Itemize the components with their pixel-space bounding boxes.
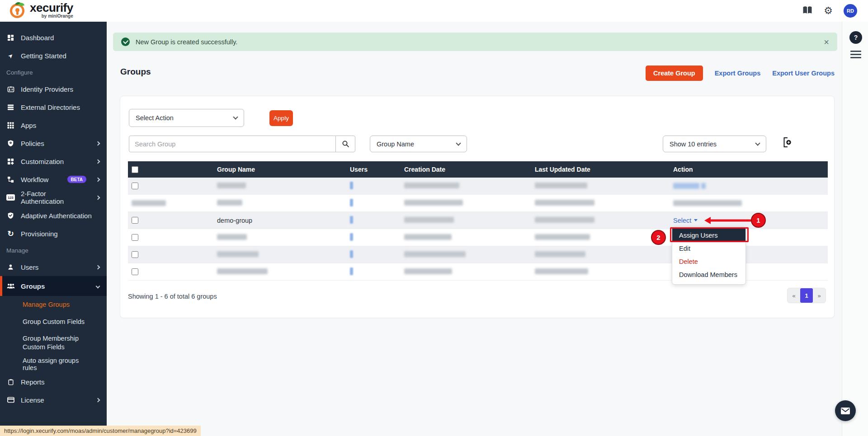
column-header-last-updated: Last Updated Date	[535, 166, 669, 173]
show-entries-select[interactable]: Show 10 entries	[663, 136, 766, 152]
help-button[interactable]: ?	[849, 31, 862, 44]
redacted-group-name	[217, 183, 246, 188]
stacked-list-icon	[6, 104, 15, 111]
column-header-creation-date: Creation Date	[404, 166, 535, 173]
id-card-icon	[6, 86, 15, 93]
menu-item-download-members[interactable]: Download Members	[672, 268, 745, 281]
pagination-next[interactable]: »	[813, 288, 826, 303]
dashboard-icon	[6, 34, 15, 41]
sidebar-subitem-manage-groups[interactable]: Manage Groups	[0, 296, 107, 313]
menu-hamburger-icon[interactable]	[850, 51, 861, 58]
sidebar-item-customization[interactable]: Customization	[0, 152, 107, 170]
row-checkbox[interactable]	[132, 217, 138, 224]
search-button[interactable]	[335, 136, 355, 152]
sidebar-subitem-auto-assign-groups-rules[interactable]: Auto assign groups rules	[0, 356, 107, 373]
search-field-select[interactable]: Group Name	[370, 136, 467, 152]
sidebar-item-provisioning[interactable]: ↻ Provisioning	[0, 225, 107, 243]
brand-lock-icon	[10, 4, 24, 18]
sidebar-item-getting-started[interactable]: ➤ Getting Started	[0, 47, 107, 65]
apply-button[interactable]: Apply	[269, 110, 293, 126]
chevron-right-icon	[96, 177, 100, 182]
success-alert-message: New Group is created successfully.	[136, 38, 237, 46]
redacted-users-count	[350, 250, 353, 258]
redacted-date	[535, 217, 594, 223]
annotation-step-1: 1	[751, 213, 766, 228]
envelope-icon	[840, 407, 850, 415]
redacted-date	[404, 268, 452, 274]
success-check-icon	[121, 38, 130, 46]
redacted-action	[701, 183, 706, 189]
table-header-row: Group Name Users Creation Date Last Upda…	[128, 161, 828, 178]
column-header-users: Users	[350, 166, 404, 173]
sidebar-item-apps[interactable]: Apps	[0, 116, 107, 134]
people-icon	[6, 283, 15, 289]
sidebar-item-policies[interactable]: Policies	[0, 134, 107, 152]
column-header-action: Action	[669, 166, 828, 173]
annotation-step-2: 2	[651, 230, 666, 245]
sidebar-subitem-group-custom-fields[interactable]: Group Custom Fields	[0, 313, 107, 330]
pagination-prev[interactable]: «	[788, 288, 800, 303]
search-icon	[342, 140, 349, 148]
close-icon[interactable]: ×	[824, 38, 829, 47]
redacted-date	[535, 251, 585, 257]
pagination: « 1 »	[787, 288, 826, 303]
sidebar-subitem-group-membership-custom-fields[interactable]: Group Membership Custom Fields	[0, 330, 107, 356]
user-avatar[interactable]: RD	[844, 4, 857, 18]
redacted-date	[535, 268, 588, 274]
create-group-button[interactable]: Create Group	[646, 66, 703, 81]
chevron-right-icon	[96, 265, 100, 269]
otp-123-icon: 123	[6, 194, 15, 201]
sidebar-item-license[interactable]: License	[0, 391, 107, 409]
redacted-users-count	[350, 216, 353, 224]
row-checkbox[interactable]	[132, 234, 138, 241]
docs-book-icon[interactable]	[802, 6, 813, 16]
row-action-select-dropdown[interactable]: Select	[673, 217, 698, 224]
brand-logo[interactable]: xecurify by miniOrange	[10, 1, 73, 19]
sidebar-item-groups[interactable]: Groups	[0, 276, 107, 296]
page-title: Groups	[120, 67, 151, 77]
row-checkbox[interactable]	[132, 268, 138, 275]
sidebar-item-external-directories[interactable]: External Directories	[0, 98, 107, 116]
redacted-date	[404, 234, 452, 240]
leaf-icon	[18, 1, 24, 7]
sidebar-item-reports[interactable]: Reports	[0, 373, 107, 391]
chevron-right-icon	[96, 159, 100, 164]
menu-item-edit[interactable]: Edit	[672, 242, 745, 255]
support-chat-button[interactable]	[835, 400, 856, 421]
chevron-down-icon	[96, 284, 100, 288]
sidebar-item-2fa[interactable]: 123 2-Factor Authentication	[0, 188, 107, 206]
sidebar-item-identity-providers[interactable]: Identity Providers	[0, 80, 107, 98]
card-icon	[6, 397, 15, 403]
add-column-icon[interactable]	[780, 134, 794, 150]
pagination-page-1[interactable]: 1	[800, 288, 813, 303]
chevron-down-icon	[456, 141, 461, 145]
redacted-group-name	[217, 234, 247, 240]
rocket-icon: ➤	[6, 52, 15, 59]
sidebar-item-workflow[interactable]: Workflow BETA	[0, 170, 107, 188]
export-user-groups-link[interactable]: Export User Groups	[772, 70, 835, 77]
settings-gear-icon[interactable]: ⚙	[824, 6, 833, 16]
redacted-users-count	[350, 182, 353, 189]
bulk-action-select[interactable]: Select Action	[129, 109, 244, 127]
row-checkbox[interactable]	[132, 251, 138, 258]
row-checkbox[interactable]	[132, 183, 138, 189]
redacted-date	[404, 251, 466, 257]
chevron-down-icon	[755, 141, 760, 145]
browser-status-url: https://login.xecurify.com/moas/admin/cu…	[0, 426, 201, 436]
sidebar-item-users[interactable]: Users	[0, 258, 107, 276]
table-summary: Showing 1 - 6 of total 6 groups	[128, 293, 217, 300]
chevron-right-icon	[96, 398, 100, 402]
redacted-date	[404, 183, 459, 188]
menu-item-delete[interactable]: Delete	[672, 255, 745, 268]
menu-item-assign-users[interactable]: Assign Users	[672, 229, 745, 242]
select-all-checkbox[interactable]	[132, 166, 138, 173]
export-groups-link[interactable]: Export Groups	[715, 70, 761, 77]
sidebar-item-adaptive-auth[interactable]: Adaptive Authentication	[0, 206, 107, 225]
workflow-icon	[6, 176, 15, 183]
right-rail: ?	[842, 22, 868, 436]
search-input[interactable]	[129, 136, 336, 152]
chevron-down-icon	[694, 219, 698, 221]
sidebar-item-dashboard[interactable]: Dashboard	[0, 28, 107, 47]
row-action-menu: Assign Users Edit Delete Download Member…	[672, 226, 746, 285]
apps-grid-icon	[6, 122, 15, 129]
